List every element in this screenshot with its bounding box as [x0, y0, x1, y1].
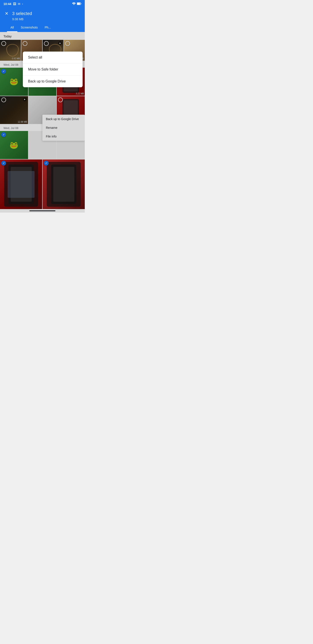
- context-menu: Select all Move to Safe folder Back up t…: [23, 52, 83, 87]
- menu-safe-folder[interactable]: Move to Safe folder: [23, 64, 83, 76]
- tab-photos[interactable]: Ph...: [41, 24, 54, 32]
- status-bar: 10:44 🖼 ✉ •: [0, 0, 85, 8]
- status-left: 10:44 🖼 ✉ •: [3, 2, 23, 6]
- status-right-icons: [72, 2, 81, 6]
- menu-backup-drive[interactable]: Back up to Google Drive: [23, 76, 83, 87]
- tab-all[interactable]: All: [7, 24, 17, 32]
- selected-size: 9.08 MB: [12, 18, 81, 21]
- svg-rect-1: [81, 3, 81, 4]
- status-time: 10:44: [3, 2, 11, 6]
- close-button[interactable]: ✕: [3, 10, 9, 16]
- gmail-status-icon: ✉: [18, 2, 20, 6]
- svg-rect-2: [77, 3, 80, 4]
- selection-header: ✕ 3 selected: [3, 10, 81, 16]
- photo-status-icon: 🖼: [13, 2, 16, 6]
- wifi-icon: [72, 2, 76, 6]
- tab-screenshots[interactable]: Screenshots: [17, 24, 41, 32]
- top-bar: ✕ 3 selected 9.08 MB All Screenshots Ph.…: [0, 8, 85, 32]
- main-content: Today 0.92 MB 383 kB ▶ 12.88 MB 1.88 MB: [0, 32, 85, 212]
- dot-icon: •: [22, 3, 23, 5]
- menu-select-all[interactable]: Select all: [23, 52, 83, 64]
- selected-count: 3 selected: [12, 11, 32, 16]
- tab-bar: All Screenshots Ph...: [3, 24, 81, 32]
- battery-icon: [77, 2, 81, 6]
